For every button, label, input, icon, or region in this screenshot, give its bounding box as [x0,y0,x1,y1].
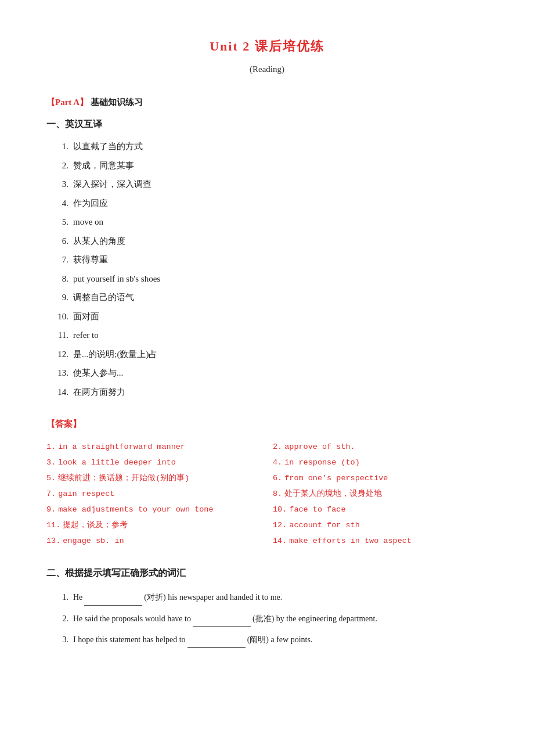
answer-item: 6.from one's perspective [273,470,488,486]
page-subtitle: (Reading) [46,62,488,77]
fill-blank[interactable] [193,616,251,627]
fill-blank[interactable] [84,595,142,606]
translation-list: 1.以直截了当的方式2.赞成，同意某事3.深入探讨，深入调查4.作为回应5.mo… [52,138,488,400]
item-num: 3. [52,632,68,648]
part-a-desc: 基础知识练习 [88,98,143,107]
part-a-header: 【Part A】 基础知识练习 [46,95,488,110]
fill-before: I hope this statement has helped to [73,635,186,644]
item-num: 13. [52,365,68,381]
part-a-label: 【Part A】 [46,98,88,107]
translation-item: 1.以直截了当的方式 [52,138,488,155]
item-text: put yourself in sb's shoes [73,274,160,283]
item-text: 面对面 [73,312,99,321]
answer-item: 13.engage sb. in [46,533,261,549]
answer-item: 12.account for sth [273,517,488,533]
answer-col-right: 2.approve of sth.4.in response (to)6.fro… [273,439,488,549]
section2-title: 二、根据提示填写正确形式的词汇 [46,565,488,582]
item-text: move on [73,217,103,226]
fill-hint: (对折) [144,593,165,602]
answer-header: 【答案】 [46,416,488,432]
translation-item: 6.从某人的角度 [52,233,488,250]
answer-col-left: 1.in a straightforward manner3.look a li… [46,439,261,549]
translation-item: 12.是...的说明;(数量上)占 [52,346,488,363]
item-num: 11. [52,327,68,344]
translation-item: 13.使某人参与... [52,365,488,381]
item-num: 14. [52,384,68,401]
item-num: 10. [52,308,68,325]
item-num: 5. [52,214,68,231]
item-text: 赞成，同意某事 [73,161,134,170]
answer-item: 8.处于某人的境地，设身处地 [273,486,488,502]
answer-item: 1.in a straightforward manner [46,439,261,455]
item-num: 4. [52,195,68,212]
item-num: 2. [52,611,68,627]
item-num: 2. [52,157,68,174]
translation-item: 3.深入探讨，深入调查 [52,176,488,193]
item-num: 6. [52,233,68,250]
page-title: Unit 2 课后培优练 [46,35,488,58]
item-text: 是...的说明;(数量上)占 [73,350,157,359]
answer-item: 9.make adjustments to your own tone [46,502,261,517]
fill-after: his newspaper and handed it to me. [166,593,283,602]
fill-hint: (批准) [252,614,274,623]
item-text: refer to [73,330,99,340]
item-num: 1. [52,138,68,155]
item-text: 从某人的角度 [73,236,125,246]
translation-item: 11.refer to [52,327,488,344]
translation-item: 7.获得尊重 [52,251,488,268]
answer-item: 14.make efforts in two aspect [273,533,488,549]
fill-item: 1.He(对折) his newspaper and handed it to … [52,590,488,606]
item-num: 7. [52,251,68,268]
answer-grid: 1.in a straightforward manner3.look a li… [46,439,488,549]
translation-item: 14.在两方面努力 [52,384,488,401]
fill-before: He [73,593,82,602]
answer-item: 5.继续前进；换话题；开始做(别的事) [46,470,261,486]
fill-after: by the engineering department. [274,614,377,623]
item-text: 调整自己的语气 [73,293,134,302]
fill-item: 2.He said the proposals would have to(批准… [52,611,488,627]
item-num: 12. [52,346,68,363]
translation-item: 5.move on [52,214,488,231]
fill-after: a few points. [269,635,312,644]
item-num: 1. [52,590,68,606]
fill-item: 3.I hope this statement has helped to(阐明… [52,632,488,648]
item-num: 3. [52,176,68,193]
answer-item: 3.look a little deeper into [46,455,261,470]
translation-item: 9.调整自己的语气 [52,289,488,306]
answer-item: 7.gain respect [46,486,261,502]
translation-item: 8.put yourself in sb's shoes [52,271,488,287]
item-text: 作为回应 [73,199,108,208]
item-text: 使某人参与... [73,368,123,377]
fill-blank[interactable] [187,638,246,648]
translation-item: 4.作为回应 [52,195,488,212]
answer-item: 2.approve of sth. [273,439,488,455]
fill-before: He said the proposals would have to [73,614,191,623]
translation-item: 10.面对面 [52,308,488,325]
item-num: 9. [52,289,68,306]
item-text: 深入探讨，深入调查 [73,179,151,189]
answer-item: 10.face to face [273,502,488,517]
item-text: 在两方面努力 [73,387,125,397]
translation-item: 2.赞成，同意某事 [52,157,488,174]
answer-item: 11.提起，谈及；参考 [46,517,261,533]
item-text: 获得尊重 [73,255,108,264]
answer-item: 4.in response (to) [273,455,488,470]
fill-list: 1.He(对折) his newspaper and handed it to … [52,590,488,648]
item-num: 8. [52,271,68,287]
section1-title: 一、英汉互译 [46,116,488,133]
item-text: 以直截了当的方式 [73,142,143,151]
fill-hint: (阐明) [247,635,269,644]
